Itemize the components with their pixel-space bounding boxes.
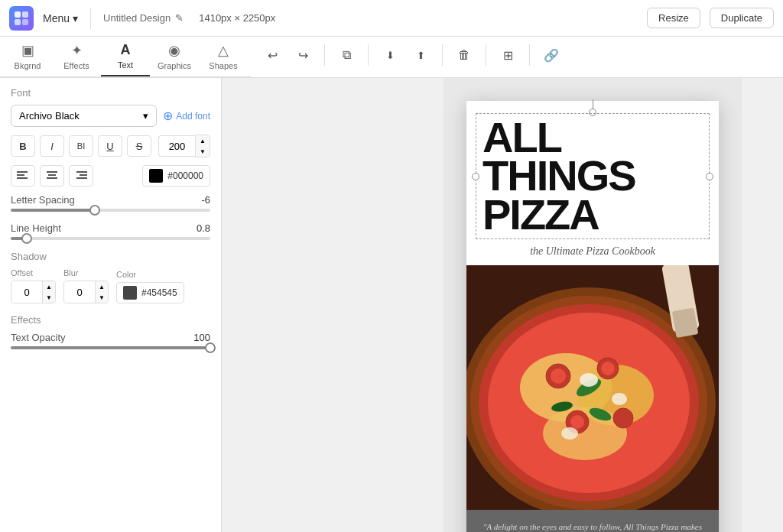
redo-button[interactable]: ↪ [289,41,317,69]
menu-button[interactable]: Menu ▾ [43,12,78,24]
menu-label: Menu [43,12,70,24]
tab-bkgrnd[interactable]: ▣ Bkgrnd [3,37,52,76]
app-logo[interactable] [9,6,34,31]
shadow-color-hex: #454545 [141,287,177,298]
menu-arrow-icon: ▾ [73,12,78,24]
bold-italic-button[interactable]: BI [69,135,93,157]
shadow-offset-value[interactable]: 0 [11,281,42,303]
svg-rect-0 [15,11,21,18]
layer-up-button[interactable]: ⬆︎ [407,41,434,69]
tab-shapes-label: Shapes [209,61,237,70]
italic-button[interactable]: I [40,135,64,157]
canvas-area: ALL THINGS PIZZA the Ultimate Pizza Cook… [443,78,742,532]
shadow-offset-input: 0 ▲ ▼ [11,281,56,303]
shadow-blur-up[interactable]: ▲ [96,281,108,292]
opacity-track[interactable] [11,346,210,349]
svg-rect-1 [22,11,28,18]
shadow-offset-up[interactable]: ▲ [43,281,55,292]
design-title[interactable]: Untitled Design ✎ [103,12,184,24]
font-size-arrows: ▲ ▼ [195,135,210,157]
book-pizza-image [466,265,719,510]
shadow-offset-down[interactable]: ▼ [43,292,55,303]
book-title-line3: PIZZA [482,196,703,234]
opacity-label: Text Opacity [11,332,187,343]
delete-button[interactable]: 🗑 [450,41,478,69]
text-icon: A [121,42,131,58]
tab-effects[interactable]: ✦ Effects [52,37,101,76]
grid-button[interactable]: ⊞ [494,41,521,69]
effects-section-label: Effects [11,314,210,326]
add-font-label: Add font [176,111,210,122]
tab-shapes[interactable]: △ Shapes [199,37,248,76]
letter-spacing-thumb[interactable] [89,205,100,216]
layer-down-button[interactable]: ⬇︎ [376,41,404,69]
tab-effects-label: Effects [63,61,89,70]
text-color-box [149,169,163,183]
add-font-button[interactable]: ⊕ Add font [163,109,210,123]
line-height-thumb[interactable] [21,233,32,244]
resize-button[interactable]: Resize [647,8,700,28]
shadow-offset-label: Offset [11,268,56,277]
shadow-blur-arrows: ▲ ▼ [95,281,108,303]
svg-rect-9 [47,177,57,179]
undo-button[interactable]: ↩ [258,41,286,69]
bkgrnd-icon: ▣ [21,42,34,59]
topbar: Menu ▾ Untitled Design ✎ 1410px × 2250px… [0,0,783,37]
edit-icon: ✎ [175,12,184,24]
tab-text-label: Text [118,60,133,70]
svg-rect-5 [17,174,24,176]
align-center-button[interactable] [40,165,64,187]
bold-button[interactable]: B [11,135,35,157]
font-size-up[interactable]: ▲ [196,135,210,146]
toolbar-divider-3 [442,44,443,66]
shadow-color-swatch[interactable]: #454545 [116,282,184,303]
tab-graphics[interactable]: ◉ Graphics [150,37,199,76]
shadow-blur-label: Blur [63,268,109,277]
svg-point-24 [601,362,615,375]
shadow-blur-value[interactable]: 0 [64,281,95,303]
shadow-section: Shadow Offset 0 ▲ ▼ Blur 0 [11,251,210,303]
svg-rect-8 [48,174,56,176]
add-font-plus-icon: ⊕ [163,109,173,123]
format-row: B I BI U S 200 ▲ ▼ [11,135,210,157]
strikethrough-button[interactable]: S [127,135,151,157]
letter-spacing-track[interactable] [11,209,210,212]
line-height-track[interactable] [11,237,210,240]
font-size-input: 200 ▲ ▼ [158,135,210,157]
toolbar-divider-5 [529,44,530,66]
tab-text[interactable]: A Text [101,37,150,76]
font-selector[interactable]: Archivo Black ▾ [11,105,157,127]
shadow-color-box [123,286,137,300]
svg-rect-7 [47,171,57,173]
font-section-label: Font [11,87,210,99]
opacity-thumb[interactable] [205,342,216,353]
toolbar-divider-2 [368,44,369,66]
effects-section: Effects Text Opacity 100 [11,314,210,349]
font-size-down[interactable]: ▼ [196,146,210,157]
underline-button[interactable]: U [98,135,122,157]
shadow-offset-arrows: ▲ ▼ [42,281,55,303]
svg-point-34 [612,393,627,405]
align-left-button[interactable] [11,165,35,187]
duplicate-button[interactable]: Duplicate [710,8,774,28]
book-quote-area: "A delight on the eyes and easy to follo… [466,510,719,532]
toolbar-divider-1 [324,44,325,66]
align-right-button[interactable] [69,165,93,187]
toolbar-divider-4 [486,44,486,66]
opacity-fill [11,346,210,349]
shadow-blur-down[interactable]: ▼ [96,292,108,303]
svg-rect-32 [672,308,699,339]
font-dropdown-icon: ▾ [143,110,148,122]
svg-point-35 [561,427,578,440]
copy-button[interactable]: ⧉ [333,41,360,69]
svg-rect-6 [17,177,28,179]
font-size-field[interactable]: 200 [158,135,195,157]
book-subtitle: the Ultimate Pizza Cookbook [466,239,719,265]
lock-button[interactable]: 🔗 [538,41,565,69]
text-color-label: #000000 [167,170,203,181]
shadow-section-label: Shadow [11,251,210,262]
svg-rect-3 [22,19,28,25]
shapes-icon: △ [218,42,229,59]
text-color-swatch[interactable]: #000000 [142,165,210,187]
shadow-blur-input: 0 ▲ ▼ [63,281,109,303]
